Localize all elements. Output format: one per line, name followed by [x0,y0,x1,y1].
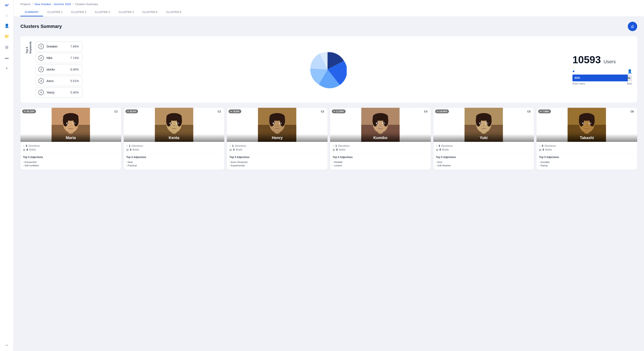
tabs-nav: SUMMARYCLUSTER 1CLUSTER 2CLUSTER 3CLUSTE… [20,8,637,16]
cluster-image-c5: ⟳ 14.64% C5 Yuki [434,108,534,142]
briefs-label: Briefs [339,148,346,151]
users-count-row: 10593 Users [572,54,632,66]
home-icon[interactable]: ⌂ [4,13,9,18]
directions-count: 0 [439,144,440,148]
breadcrumb-sep1: / [32,2,33,6]
briefs-label: Briefs [132,148,139,151]
tab-summary[interactable]: SUMMARY [20,8,43,16]
cluster-card-body-c3: ⑂ 1 Directions ▤ 3 Briefs Top 5 Adjectiv… [227,142,328,170]
svg-point-44 [270,114,274,126]
cluster-card-c1[interactable]: ⟳ 30.13% C1 Maria ⑂ 3 Directions ▤ 6 Bri… [20,108,121,170]
tab-cluster5[interactable]: CLUSTER 5 [138,8,162,16]
cluster-card-c6[interactable]: ⟳ 7.98% C6 Takashi ⑂ 0 Directions ▤ 0 Br… [536,108,637,170]
users-bar-container: ● 👤 93% 7% Real Users Bots [572,69,632,85]
keywords-section: Top 5Keywords 1 Sneaker 7.84% 2 Nike 7.7… [26,41,82,98]
users-icons: ● 👤 [572,69,632,74]
cluster-card-c3[interactable]: ⟳ 16.8% C3 Henry ⑂ 1 Directions ▤ 3 Brie… [227,108,328,170]
cluster-card-c5[interactable]: ⟳ 14.64% C5 Yuki ⑂ 0 Directions ▤ 0 Brie… [434,108,534,170]
breadcrumb-sep2: / [73,2,74,6]
keyword-pct-4: 5.51% [70,79,79,83]
keywords-label: Top 5Keywords [26,41,32,54]
svg-point-77 [486,123,488,124]
print-button[interactable]: 🖨 [628,22,637,31]
svg-point-45 [280,114,285,126]
briefs-count: 0 [336,148,338,151]
directions-row-c1: ⑂ 3 Directions [23,144,118,148]
card-icon[interactable]: ▬ [4,56,9,60]
cluster-image-c1: ⟳ 30.13% C1 Maria [20,108,121,142]
chart-icon[interactable]: ▦ [4,45,9,50]
cluster-id-badge-c3: C3 [319,110,326,114]
directions-row-c6: ⑂ 0 Directions [539,144,635,148]
tab-cluster6[interactable]: CLUSTER 6 [162,8,186,16]
cluster-card-c2[interactable]: ⟳ 18.5% C2 Kenta ⑂ 1 Directions ▤ 3 Brie… [124,108,224,170]
svg-point-30 [166,114,171,126]
cluster-name-c3: Henry [227,134,328,142]
keyword-name-2: Nike [46,56,68,60]
cluster-pct-badge-c5: ⟳ 14.64% [435,110,449,113]
directions-icon: ⑂ [436,144,438,148]
users-bar-fill: 93% [572,74,628,81]
keyword-pct-2: 7.74% [70,56,79,60]
cluster-stats-c3: ⑂ 1 Directions ▤ 3 Briefs [229,144,325,151]
briefs-icon: ▤ [23,148,25,151]
briefs-icon: ▤ [333,148,335,151]
svg-point-63 [383,123,384,124]
adjective-item: Extraverted [23,160,118,164]
tab-cluster1[interactable]: CLUSTER 1 [43,8,67,16]
briefs-icon: ▤ [436,148,438,151]
adjectives-title-c6: Top 5 Adjectives [539,154,635,159]
briefs-row-c6: ▤ 0 Briefs [539,148,635,151]
cluster-image-c6: ⟳ 7.98% C6 Takashi [536,108,637,142]
cluster-stats-c5: ⑂ 0 Directions ▤ 0 Briefs [436,144,532,151]
users-bar-labels: Real Users Bots [572,82,632,85]
cluster-id-badge-c6: C6 [629,110,636,114]
directions-label: Directions [441,144,452,148]
bug-icon[interactable]: ✶ [4,66,9,71]
briefs-count: 3 [233,148,234,151]
svg-point-31 [177,114,182,126]
breadcrumb-project[interactable]: New Sneaker - Summer 2025 [35,2,71,6]
cluster-card-c4[interactable]: ⟳ 11.95% C4 Kumiko ⑂ 1 Directions ▤ 0 Br… [330,108,431,170]
tab-cluster3[interactable]: CLUSTER 3 [90,8,114,16]
breadcrumb-current: Clusters Summary [75,2,98,6]
cluster-id-badge-c2: C2 [216,110,222,114]
cluster-stats-c6: ⑂ 0 Directions ▤ 0 Briefs [539,144,635,151]
bots-label: Bots [627,82,632,85]
briefs-label: Briefs [30,148,36,151]
adjective-item: Self-confident [23,164,118,167]
cluster-image-c2: ⟳ 18.5% C2 Kenta [124,108,224,142]
user-icon[interactable]: 👤 [4,24,9,28]
tab-cluster4[interactable]: CLUSTER 4 [114,8,138,16]
cluster-name-c1: Maria [20,134,121,142]
breadcrumb-projects[interactable]: Projects [20,2,30,6]
folder-icon[interactable]: 📁 [4,34,9,39]
adjective-item: Kind [436,160,532,164]
cluster-image-c4: ⟳ 11.95% C4 Kumiko [330,108,431,142]
cluster-pct-badge-c4: ⟳ 11.95% [332,110,346,113]
real-users-label: Real Users [572,82,585,85]
pie-chart-container [89,50,566,88]
adjective-item: Even-Tempered [229,160,325,164]
bot-pct: 7% [626,76,630,80]
directions-row-c3: ⑂ 1 Directions [229,144,325,148]
tab-cluster2[interactable]: CLUSTER 2 [67,8,91,16]
svg-text:4: 4 [40,80,42,82]
cluster-name-c6: Takashi [536,134,637,142]
logout-icon[interactable]: ↪ [4,343,9,348]
svg-point-16 [63,114,68,126]
svg-point-36 [173,125,175,126]
cluster-card-body-c4: ⑂ 1 Directions ▤ 0 Briefs Top 5 Adjectiv… [330,142,431,170]
keyword-item-5: 5 Yeezy 5.45% [36,87,82,98]
directions-label: Directions [544,144,556,148]
header: Projects / New Sneaker - Summer 2025 / C… [14,0,644,16]
cluster-pct-badge-c3: ⟳ 16.8% [228,110,241,113]
adjective-item: Lenient [333,164,428,167]
cluster-stats-c2: ⑂ 1 Directions ▤ 3 Briefs [126,144,222,151]
briefs-icon: ▤ [229,148,232,151]
directions-row-c5: ⑂ 0 Directions [436,144,532,148]
keywords-list: 1 Sneaker 7.84% 2 Nike 7.74% 3 stockx 6.… [36,41,82,98]
briefs-icon: ▤ [126,148,129,151]
svg-point-22 [70,125,72,126]
keyword-name-4: Asics [46,79,68,83]
